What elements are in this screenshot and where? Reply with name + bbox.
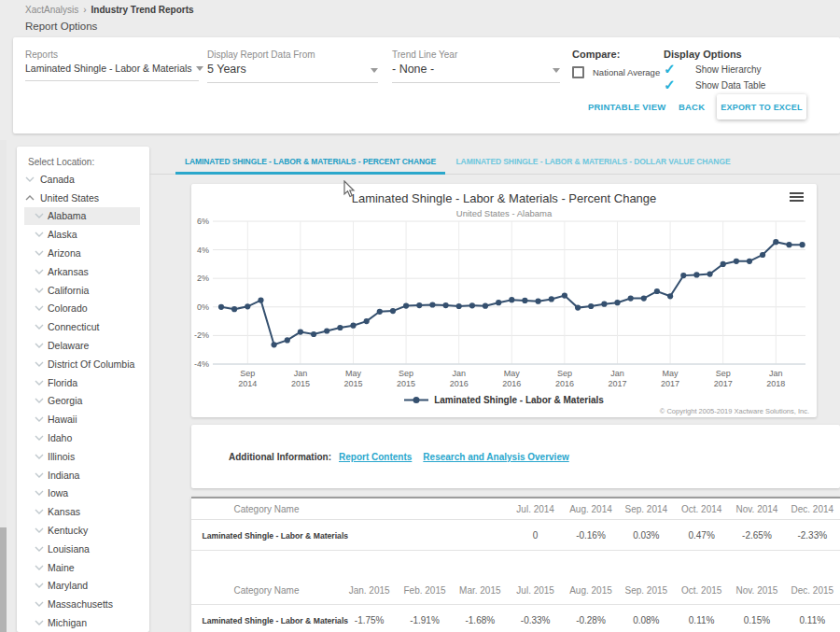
- sidebar-item-colorado[interactable]: Colorado: [24, 300, 140, 318]
- svg-text:Sep: Sep: [716, 369, 731, 378]
- svg-text:Sep: Sep: [399, 369, 413, 378]
- sidebar-item-indiana[interactable]: Indiana: [24, 466, 140, 485]
- chevron-down-icon[interactable]: [35, 581, 44, 590]
- chevron-down-icon[interactable]: [35, 248, 44, 258]
- chevron-up-icon[interactable]: [25, 193, 35, 203]
- legend-marker-icon: [404, 396, 428, 404]
- svg-text:2017: 2017: [714, 379, 733, 388]
- sidebar-item-idaho[interactable]: Idaho: [24, 428, 140, 447]
- chevron-down-icon[interactable]: [35, 507, 44, 516]
- chevron-down-icon[interactable]: [35, 414, 44, 424]
- chevron-down-icon[interactable]: [35, 341, 44, 350]
- reports-dropdown[interactable]: Reports Laminated Shingle - Labor & Mate…: [25, 49, 199, 81]
- chevron-down-icon[interactable]: [196, 66, 203, 71]
- chevron-down-icon[interactable]: [371, 68, 378, 73]
- sidebar-item-kansas[interactable]: Kansas: [24, 502, 140, 521]
- column-header: Jul. 2015: [508, 585, 563, 596]
- category-cell: Laminated Shingle - Labor & Materials: [191, 615, 324, 625]
- location-label: Indiana: [48, 470, 79, 481]
- sidebar-item-connecticut[interactable]: Connecticut: [24, 317, 140, 336]
- svg-text:6%: 6%: [197, 217, 209, 226]
- reports-label: Reports: [25, 49, 199, 60]
- sidebar-item-district-of-columbia[interactable]: District Of Columbia: [24, 355, 140, 373]
- trend-line-dropdown[interactable]: Trend Line Year - None -: [392, 49, 560, 83]
- location-label: Maryland: [48, 580, 88, 591]
- location-label: Colorado: [48, 302, 88, 314]
- sidebar-item-florida[interactable]: Florida: [24, 373, 140, 392]
- export-to-excel-button[interactable]: EXPORT TO EXCEL: [717, 94, 806, 119]
- svg-text:May: May: [345, 369, 362, 378]
- chevron-down-icon[interactable]: [553, 68, 560, 73]
- chevron-down-icon[interactable]: [35, 544, 44, 554]
- chevron-down-icon[interactable]: [35, 211, 44, 220]
- sidebar-item-maryland[interactable]: Maryland: [24, 577, 140, 596]
- sidebar-item-massachusetts[interactable]: Massachusetts: [24, 595, 140, 613]
- national-average-checkbox[interactable]: [572, 66, 584, 78]
- sidebar-item-arizona[interactable]: Arizona: [24, 244, 140, 262]
- back-button[interactable]: BACK: [679, 102, 705, 112]
- chevron-down-icon[interactable]: [35, 322, 44, 331]
- sidebar-item-arkansas[interactable]: Arkansas: [24, 262, 140, 281]
- svg-text:2017: 2017: [608, 379, 626, 388]
- chevron-down-icon[interactable]: [35, 452, 44, 461]
- chevron-down-icon[interactable]: [35, 378, 44, 387]
- chevron-down-icon[interactable]: [35, 488, 44, 498]
- display-option[interactable]: ✓Show Hierarchy: [664, 63, 765, 76]
- check-icon: ✓: [664, 61, 679, 77]
- chevron-down-icon[interactable]: [35, 359, 44, 369]
- display-option[interactable]: ✓Show Data Table: [664, 78, 765, 91]
- tab-percent-change[interactable]: LAMINATED SHINGLE - LABOR & MATERIALS - …: [175, 157, 445, 166]
- chart-legend[interactable]: Laminated Shingle - Labor & Materials: [191, 395, 817, 405]
- column-header: Category Name: [191, 585, 342, 596]
- chevron-down-icon[interactable]: [35, 396, 44, 405]
- sidebar-item-hawaii[interactable]: Hawaii: [24, 410, 140, 428]
- data-from-label: Display Report Data From: [207, 49, 378, 60]
- chevron-down-icon[interactable]: [35, 563, 44, 572]
- value-cell: -2.65%: [729, 530, 784, 541]
- research-overview-link[interactable]: Research and Analysis Overview: [423, 452, 568, 462]
- chevron-down-icon[interactable]: [35, 433, 44, 442]
- svg-text:4%: 4%: [197, 246, 209, 255]
- chevron-down-icon[interactable]: [35, 303, 44, 313]
- svg-text:May: May: [504, 369, 521, 378]
- sidebar-item-alaska[interactable]: Alaska: [24, 225, 140, 244]
- scrollbar-thumb[interactable]: [0, 527, 7, 632]
- report-contents-link[interactable]: Report Contents: [339, 452, 412, 462]
- sidebar-item-iowa[interactable]: Iowa: [24, 485, 140, 503]
- sidebar-item-delaware[interactable]: Delaware: [24, 336, 140, 355]
- chevron-down-icon[interactable]: [35, 526, 44, 535]
- chevron-down-icon[interactable]: [35, 618, 44, 627]
- chevron-down-icon[interactable]: [35, 286, 44, 295]
- value-cell: -0.33%: [508, 615, 563, 625]
- chevron-down-icon[interactable]: [35, 230, 44, 239]
- sidebar-item-michigan[interactable]: Michigan: [24, 613, 140, 632]
- location-label: Maine: [48, 562, 75, 573]
- svg-text:Jan: Jan: [769, 369, 783, 378]
- value-cell: 0.11%: [785, 615, 840, 625]
- svg-text:Jan: Jan: [452, 369, 466, 378]
- breadcrumb-app[interactable]: XactAnalysis: [25, 5, 78, 15]
- tab-dollar-value-change[interactable]: LAMINATED SHINGLE - LABOR & MATERIALS - …: [445, 157, 741, 166]
- sidebar-item-louisiana[interactable]: Louisiana: [24, 540, 140, 558]
- sidebar-item-alabama[interactable]: Alabama: [24, 207, 140, 226]
- location-label: Idaho: [48, 432, 72, 443]
- sidebar-item-canada[interactable]: Canada: [24, 170, 140, 189]
- column-header: Nov. 2015: [729, 585, 784, 596]
- chevron-down-icon[interactable]: [35, 267, 44, 276]
- sidebar-item-illinois[interactable]: Illinois: [24, 447, 140, 466]
- data-from-dropdown[interactable]: Display Report Data From 5 Years: [207, 49, 378, 83]
- svg-text:2018: 2018: [766, 379, 785, 388]
- location-sidebar: Select Location: CanadaUnited StatesAlab…: [17, 147, 149, 632]
- sidebar-item-kentucky[interactable]: Kentucky: [24, 521, 140, 540]
- chevron-down-icon[interactable]: [35, 599, 44, 609]
- sidebar-item-georgia[interactable]: Georgia: [24, 392, 140, 411]
- table-row: Laminated Shingle - Labor & Materials0-0…: [191, 520, 840, 551]
- chevron-down-icon[interactable]: [35, 470, 44, 480]
- location-label: Connecticut: [48, 321, 99, 332]
- chevron-down-icon[interactable]: [25, 175, 35, 184]
- sidebar-item-united-states[interactable]: United States: [24, 189, 140, 207]
- printable-view-button[interactable]: PRINTABLE VIEW: [588, 102, 665, 112]
- sidebar-item-maine[interactable]: Maine: [24, 558, 140, 577]
- scrollbar-track[interactable]: [0, 140, 7, 632]
- sidebar-item-california[interactable]: California: [24, 281, 140, 300]
